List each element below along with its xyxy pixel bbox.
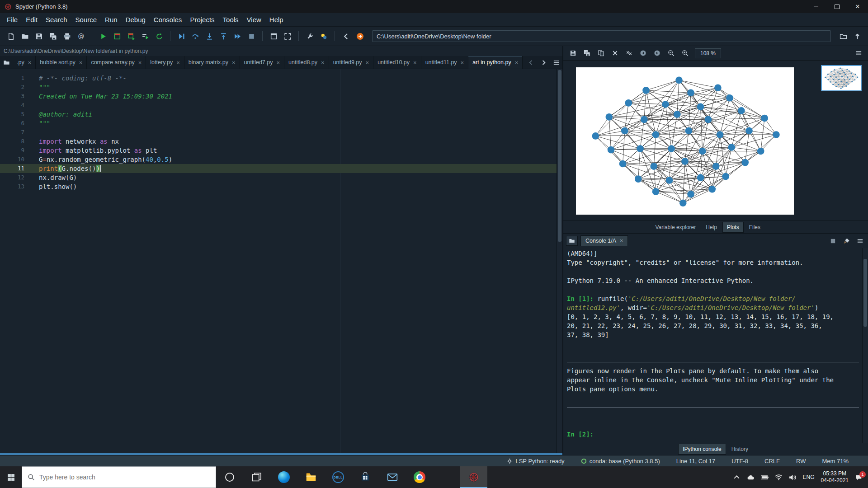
working-directory-input[interactable] bbox=[372, 30, 831, 42]
tab-list-button[interactable] bbox=[550, 56, 562, 69]
interrupt-kernel-button[interactable] bbox=[827, 236, 838, 246]
run-button[interactable] bbox=[97, 30, 109, 42]
code-line[interactable]: 10G=nx.random_geometric_graph(40,0.5) bbox=[0, 155, 557, 164]
step-over-button[interactable] bbox=[189, 30, 202, 42]
close-tab-icon[interactable]: × bbox=[28, 59, 32, 66]
menu-help[interactable]: Help bbox=[265, 14, 288, 25]
editor-tab[interactable]: compare array.py× bbox=[87, 56, 146, 69]
menu-debug[interactable]: Debug bbox=[122, 14, 150, 25]
save-button[interactable] bbox=[567, 48, 579, 59]
forward-button[interactable] bbox=[354, 30, 366, 42]
editor-vertical-scrollbar[interactable] bbox=[557, 69, 562, 453]
code-line[interactable]: 11print(G.nodes()) bbox=[0, 164, 557, 173]
stop-button[interactable] bbox=[245, 30, 258, 42]
close-tab-icon[interactable]: × bbox=[79, 59, 83, 66]
plots-options-button[interactable] bbox=[853, 48, 864, 59]
code-line[interactable]: 12nx.draw(G) bbox=[0, 173, 557, 182]
close-tab-icon[interactable]: × bbox=[232, 59, 236, 66]
tray-volume-button[interactable] bbox=[789, 474, 797, 481]
maximize-button[interactable] bbox=[826, 0, 847, 13]
taskbar-app-orange-app[interactable] bbox=[433, 466, 460, 488]
parent-directory-button[interactable] bbox=[851, 30, 863, 42]
task-view-button[interactable] bbox=[243, 466, 270, 488]
menu-search[interactable]: Search bbox=[42, 14, 71, 25]
remove-plot-button[interactable] bbox=[609, 48, 621, 59]
code-line[interactable]: 3Created on Tue Mar 23 15:09:30 2021 bbox=[0, 92, 557, 101]
taskbar-app-store[interactable] bbox=[352, 466, 379, 488]
cortana-button[interactable] bbox=[216, 466, 243, 488]
debug-file-button[interactable] bbox=[175, 30, 188, 42]
open-file-button[interactable] bbox=[19, 30, 31, 42]
bottom-tab-history[interactable]: History bbox=[727, 444, 753, 455]
step-return-button[interactable] bbox=[217, 30, 230, 42]
find-symbols-button[interactable]: @ bbox=[75, 30, 87, 42]
language-indicator[interactable]: ENG bbox=[803, 474, 815, 480]
menu-run[interactable]: Run bbox=[101, 14, 122, 25]
menu-file[interactable]: File bbox=[3, 14, 22, 25]
close-tab-icon[interactable]: × bbox=[461, 59, 464, 66]
taskbar-app-chrome[interactable] bbox=[406, 466, 433, 488]
editor-tab[interactable]: untitled11.py× bbox=[421, 56, 469, 69]
taskbar-search[interactable] bbox=[22, 466, 216, 488]
bottom-tab-ipython-console[interactable]: IPython console bbox=[678, 444, 726, 455]
editor-tab[interactable]: untitled9.py× bbox=[329, 56, 374, 69]
menu-projects[interactable]: Projects bbox=[186, 14, 218, 25]
editor-tab[interactable]: art in python.py× bbox=[468, 56, 523, 69]
code-editor[interactable]: 1# -*- coding: utf-8 -*-2"""3Created on … bbox=[0, 69, 562, 453]
taskbar-app-mail[interactable] bbox=[379, 466, 406, 488]
code-line[interactable]: 13plt.show() bbox=[0, 182, 557, 191]
code-line[interactable]: 2""" bbox=[0, 83, 557, 92]
tray-battery-button[interactable] bbox=[761, 474, 769, 481]
menu-edit[interactable]: Edit bbox=[22, 14, 42, 25]
close-button[interactable]: ✕ bbox=[847, 0, 868, 13]
start-button[interactable] bbox=[0, 466, 22, 488]
step-into-button[interactable] bbox=[203, 30, 216, 42]
close-tab-icon[interactable]: × bbox=[277, 59, 280, 66]
next-plot-button[interactable] bbox=[651, 48, 663, 59]
print-button[interactable] bbox=[61, 30, 73, 42]
run-cell-button[interactable] bbox=[111, 30, 123, 42]
console-tab[interactable]: Console 1/A × bbox=[580, 235, 628, 246]
code-line[interactable]: 1# -*- coding: utf-8 -*- bbox=[0, 74, 557, 83]
console-scrollbar[interactable] bbox=[862, 248, 868, 443]
taskbar-app-dell[interactable]: DELL bbox=[325, 466, 352, 488]
pane-tab-plots[interactable]: Plots bbox=[722, 222, 744, 233]
editor-tab[interactable]: untitled10.py× bbox=[373, 56, 421, 69]
editor-tab[interactable]: untitled8.py× bbox=[284, 56, 329, 69]
save-all-button[interactable] bbox=[581, 48, 593, 59]
scroll-tabs-right-button[interactable] bbox=[537, 56, 550, 69]
pane-tab-variable-explorer[interactable]: Variable explorer bbox=[651, 222, 700, 233]
zoom-in-button[interactable] bbox=[679, 48, 691, 59]
plot-zoom-level[interactable]: 108 % bbox=[695, 48, 721, 58]
editor-tab[interactable]: binary matrix.py× bbox=[184, 56, 240, 69]
action-center-button[interactable]: 1 bbox=[855, 474, 863, 481]
editor-tab[interactable]: bubble sort.py× bbox=[36, 56, 87, 69]
editor-tab[interactable]: untitled7.py× bbox=[240, 56, 285, 69]
console-options-button[interactable] bbox=[854, 236, 865, 246]
continue-button[interactable] bbox=[231, 30, 244, 42]
pane-tab-help[interactable]: Help bbox=[701, 222, 722, 233]
back-button[interactable] bbox=[340, 30, 352, 42]
save-all-button[interactable] bbox=[47, 30, 59, 42]
zoom-out-button[interactable] bbox=[665, 48, 677, 59]
previous-plot-button[interactable] bbox=[637, 48, 649, 59]
console-environment-button[interactable] bbox=[566, 236, 578, 246]
taskbar-app-edge[interactable] bbox=[270, 466, 297, 488]
code-line[interactable]: 6""" bbox=[0, 119, 557, 128]
code-area[interactable]: 1# -*- coding: utf-8 -*-2"""3Created on … bbox=[0, 69, 557, 453]
ipython-console[interactable]: (AMD64)]Type "copyright", "credits" or "… bbox=[563, 248, 868, 443]
close-tab-icon[interactable]: × bbox=[515, 59, 519, 66]
editor-tab[interactable]: .py× bbox=[13, 56, 36, 69]
plot-thumbnail[interactable] bbox=[821, 65, 862, 91]
menu-consoles[interactable]: Consoles bbox=[150, 14, 186, 25]
editor-tab[interactable]: lottery.py× bbox=[146, 56, 184, 69]
tray-chevron-up-button[interactable] bbox=[733, 474, 741, 481]
rerun-cell-button[interactable] bbox=[153, 30, 165, 42]
close-console-icon[interactable]: × bbox=[620, 238, 623, 244]
code-line[interactable]: 4 bbox=[0, 101, 557, 110]
menu-source[interactable]: Source bbox=[71, 14, 101, 25]
taskbar-clock[interactable]: 05:33 PM 04-04-2021 bbox=[821, 470, 849, 484]
code-line[interactable]: 9import matplotlib.pyplot as plt bbox=[0, 146, 557, 155]
close-tab-icon[interactable]: × bbox=[176, 59, 180, 66]
tray-onedrive-button[interactable] bbox=[747, 474, 755, 481]
